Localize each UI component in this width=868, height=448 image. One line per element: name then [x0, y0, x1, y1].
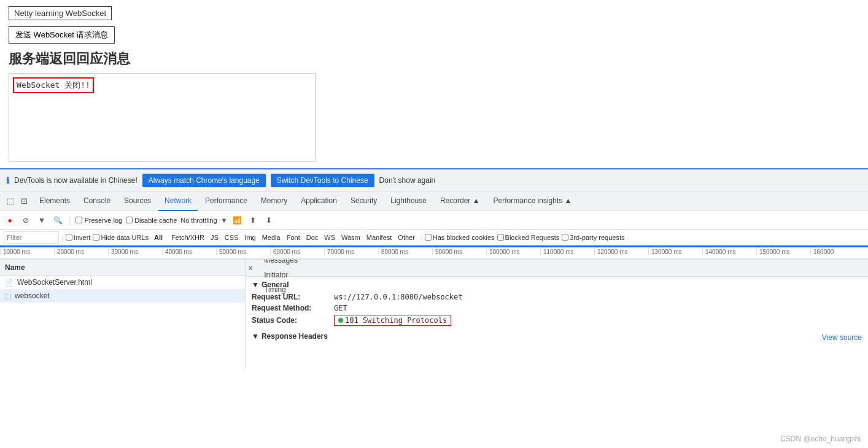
timeline-tick: 20000 ms — [54, 249, 108, 255]
filter-type-css[interactable]: CSS — [222, 233, 242, 242]
upload-icon[interactable]: ⬆ — [247, 214, 259, 226]
device-icon[interactable]: ⊡ — [17, 195, 31, 208]
timeline-tick: 30000 ms — [108, 249, 162, 255]
timeline-ruler: 10000 ms20000 ms30000 ms40000 ms50000 ms… — [0, 249, 868, 255]
devtools-tab-recorder-▲[interactable]: Recorder ▲ — [434, 191, 486, 211]
filter-type-wasm[interactable]: Wasm — [338, 233, 363, 242]
timeline-tick: 10000 ms — [0, 249, 54, 255]
general-title: General — [262, 280, 289, 289]
disable-cache-checkbox[interactable]: Disable cache — [126, 217, 177, 224]
timeline-tick: 120000 ms — [594, 249, 648, 255]
devtools-toolbar: ⬚ ⊡ ElementsConsoleSourcesNetworkPerform… — [0, 191, 868, 211]
timeline-bar: 10000 ms20000 ms30000 ms40000 ms50000 ms… — [0, 245, 868, 259]
has-blocked-cookies-checkbox[interactable]: Has blocked cookies — [425, 234, 495, 241]
name-row[interactable]: ⬚websocket — [0, 289, 245, 303]
filter-type-fetch/xhr[interactable]: Fetch/XHR — [168, 233, 207, 242]
devtools-tab-console[interactable]: Console — [77, 191, 117, 211]
devtools-tab-security[interactable]: Security — [344, 191, 383, 211]
view-source-link[interactable]: View source — [822, 333, 862, 342]
hide-data-urls-checkbox[interactable]: Hide data URLs — [93, 234, 149, 241]
preserve-log-checkbox[interactable]: Preserve log — [76, 217, 122, 224]
devtools-tab-performance-insights-▲[interactable]: Performance insights ▲ — [487, 191, 578, 211]
network-content: Name 📄WebSocketServer.html⬚websocket × H… — [0, 259, 868, 369]
request-url-label: Request URL: — [252, 293, 331, 301]
timeline-tick: 140000 ms — [702, 249, 756, 255]
dont-show-again[interactable]: Don't show again — [379, 176, 436, 185]
name-panel: Name 📄WebSocketServer.html⬚websocket — [0, 260, 246, 369]
filter-type-ws[interactable]: WS — [321, 233, 338, 242]
response-headers-section: ▼ Response Headers View source — [246, 331, 868, 347]
request-method-label: Request Method: — [252, 304, 331, 312]
file-name: websocket — [15, 292, 50, 300]
response-content: WebSocket 关闭!! — [13, 77, 94, 93]
filter-button[interactable]: ▼ — [36, 214, 48, 226]
match-language-button[interactable]: Always match Chrome's language — [142, 174, 266, 187]
filter-type-font[interactable]: Font — [284, 233, 303, 242]
status-code-label: Status Code: — [252, 316, 331, 325]
status-code-text: 101 Switching Protocols — [345, 316, 447, 325]
switch-devtools-button[interactable]: Switch DevTools to Chinese — [271, 174, 374, 187]
filter-type-other[interactable]: Other — [395, 233, 418, 242]
throttle-select[interactable]: No throttling — [180, 217, 217, 224]
timeline-tick: 90000 ms — [432, 249, 486, 255]
timeline-tick: 150000 ms — [756, 249, 810, 255]
detail-tab-messages[interactable]: Messages — [258, 260, 304, 268]
doc-icon: 📄 — [5, 279, 14, 287]
devtools-tab-performance[interactable]: Performance — [199, 191, 254, 211]
devtools-tab-sources[interactable]: Sources — [118, 191, 157, 211]
timeline-tick: 70000 ms — [324, 249, 378, 255]
status-green-dot — [338, 318, 343, 323]
collapse-icon: ▼ — [252, 280, 259, 289]
invert-checkbox[interactable]: Invert — [66, 234, 91, 241]
filter-type-img[interactable]: Img — [241, 233, 258, 242]
name-column-header: Name — [0, 260, 245, 276]
timeline-tick: 60000 ms — [270, 249, 324, 255]
blocked-requests-checkbox[interactable]: Blocked Requests — [497, 234, 560, 241]
timeline-tick: 80000 ms — [378, 249, 432, 255]
filter-type-media[interactable]: Media — [259, 233, 284, 242]
wifi-icon[interactable]: 📶 — [231, 214, 243, 226]
detail-tabs-list: HeadersMessagesInitiatorTiming — [258, 260, 304, 298]
timeline-tick: 160000 — [810, 249, 864, 255]
ws-icon: ⬚ — [5, 292, 11, 300]
timeline-tick: 100000 ms — [486, 249, 540, 255]
filter-types: Fetch/XHRJSCSSImgMediaFontDocWSWasmManif… — [168, 234, 418, 241]
devtools-notify-bar: ℹ DevTools is now available in Chinese! … — [0, 169, 868, 191]
clear-button[interactable]: ⊘ — [20, 214, 32, 226]
close-detail-button[interactable]: × — [248, 263, 253, 273]
timeline-tick: 110000 ms — [540, 249, 594, 255]
timeline-tick: 130000 ms — [648, 249, 702, 255]
record-button[interactable]: ● — [4, 214, 16, 226]
inspect-icon[interactable]: ⬚ — [4, 195, 17, 208]
request-url-row: Request URL: ws://127.0.0.1:8080/websock… — [252, 292, 862, 303]
devtools-tab-elements[interactable]: Elements — [33, 191, 76, 211]
filter-input[interactable] — [4, 231, 59, 244]
name-rows: 📄WebSocketServer.html⬚websocket — [0, 276, 245, 303]
webpage-area: Netty learning WebSocket 发送 WebSocket 请求… — [0, 0, 868, 169]
response-headers-header[interactable]: ▼ Response Headers — [252, 332, 328, 341]
filter-type-manifest[interactable]: Manifest — [363, 233, 395, 242]
request-method-value: GET — [334, 304, 347, 312]
filter-type-doc[interactable]: Doc — [303, 233, 322, 242]
general-section-header[interactable]: ▼ General — [252, 280, 862, 289]
devtools-tab-application[interactable]: Application — [295, 191, 343, 211]
download-icon[interactable]: ⬇ — [263, 214, 275, 226]
response-headers-title: Response Headers — [262, 332, 328, 341]
filter-type-js[interactable]: JS — [207, 233, 222, 242]
collapse-icon-2: ▼ — [252, 332, 259, 341]
page-title-btn: Netty learning WebSocket — [9, 6, 112, 20]
general-section: ▼ General Request URL: ws://127.0.0.1:80… — [246, 277, 868, 331]
file-name: WebSocketServer.html — [17, 278, 92, 287]
network-filter-bar: ● ⊘ ▼ 🔍 | Preserve log Disable cache No … — [0, 211, 868, 230]
search-button[interactable]: 🔍 — [52, 214, 64, 226]
request-url-value: ws://127.0.0.1:8080/websocket — [334, 293, 463, 301]
name-row[interactable]: 📄WebSocketServer.html — [0, 276, 245, 289]
timeline-tick: 40000 ms — [162, 249, 216, 255]
send-websocket-button[interactable]: 发送 WebSocket 请求消息 — [9, 26, 115, 44]
devtools-tab-lighthouse[interactable]: Lighthouse — [384, 191, 433, 211]
devtools-tab-network[interactable]: Network — [158, 191, 198, 211]
devtools-tab-memory[interactable]: Memory — [255, 191, 293, 211]
filter-all[interactable]: All — [151, 233, 166, 242]
server-response-title: 服务端返回回应消息 — [9, 50, 859, 68]
third-party-checkbox[interactable]: 3rd-party requests — [562, 234, 624, 241]
